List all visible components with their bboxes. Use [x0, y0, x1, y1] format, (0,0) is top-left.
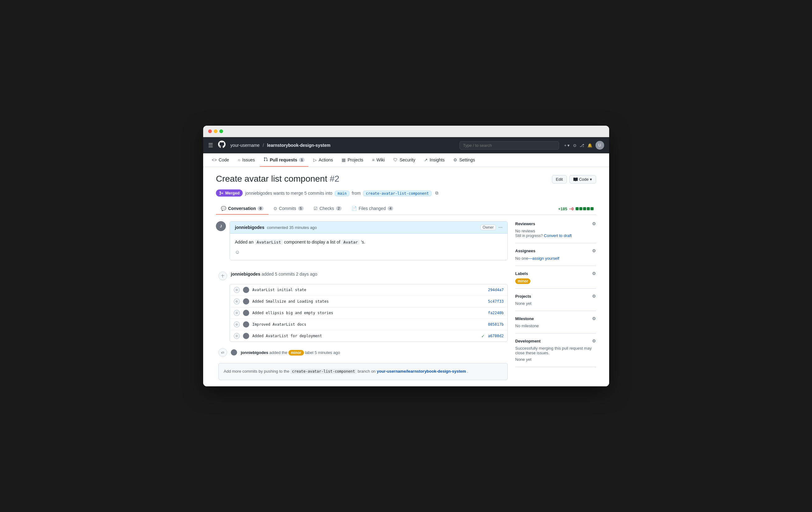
- sidebar-labels: Labels ⚙ minor: [515, 266, 596, 289]
- pr-title-section: Create avatar list component #2: [216, 173, 340, 184]
- tab-security[interactable]: 🛡 Security: [389, 154, 419, 167]
- sidebar-reviewers-header: Reviewers ⚙: [515, 221, 596, 226]
- tab-pull-requests[interactable]: Pull requests 1: [260, 153, 308, 167]
- milestone-value: No milestone: [515, 324, 596, 328]
- files-changed-badge: 4: [388, 206, 393, 211]
- head-branch-pill[interactable]: create-avatar-list-component: [363, 191, 432, 196]
- development-title: Development: [515, 339, 541, 343]
- insights-icon: ↗: [424, 157, 428, 162]
- pull-requests-nav-icon[interactable]: ⎇: [580, 143, 584, 148]
- base-branch-pill[interactable]: main: [335, 191, 349, 196]
- comment-author[interactable]: jonniebigodes: [235, 225, 264, 230]
- labels-gear-icon[interactable]: ⚙: [592, 271, 596, 276]
- label-author-avatar: [231, 349, 237, 356]
- svg-rect-1: [223, 274, 223, 278]
- diff-bar-1: [576, 207, 579, 210]
- convert-to-draft-link[interactable]: Convert to draft: [544, 233, 572, 238]
- inbox-icon[interactable]: 🔔: [587, 143, 592, 148]
- emoji-reaction-button[interactable]: ☺: [235, 249, 502, 255]
- sidebar-reviewers: Reviewers ⚙ No reviews Still in progress…: [515, 221, 596, 243]
- commit-author-avatar: [243, 321, 249, 328]
- info-repo-link[interactable]: your-username/learnstorybook-design-syst…: [377, 369, 466, 373]
- tab-issues[interactable]: ○ Issues: [234, 154, 259, 167]
- commit-message: Added ellipsis big and empty stories: [252, 311, 485, 315]
- commit-sha[interactable]: fa2240b: [488, 311, 504, 315]
- tab-insights[interactable]: ↗ Insights: [420, 154, 448, 167]
- tab-wiki[interactable]: ≡ Wiki: [368, 154, 388, 167]
- commits-author[interactable]: jonniebigodes: [231, 272, 260, 276]
- pr-body-layout: J jonniebigodes commented 35 minutes ago: [216, 221, 596, 380]
- sidebar-milestone-header: Milestone ⚙: [515, 316, 596, 321]
- more-options-button[interactable]: ···: [498, 224, 502, 230]
- tab-checks[interactable]: ☑ Checks 2: [309, 203, 347, 215]
- comment-header: jonniebigodes commented 35 minutes ago O…: [230, 221, 508, 234]
- diff-stats: +185 −0: [558, 207, 596, 211]
- commit-sha[interactable]: 294d4a7: [488, 288, 504, 292]
- tab-actions[interactable]: ▷ Actions: [310, 154, 337, 167]
- label-minor-badge[interactable]: minor: [515, 278, 530, 284]
- commit-sha[interactable]: 5c47f33: [488, 299, 504, 304]
- tab-projects-label: Projects: [348, 157, 364, 162]
- github-logo[interactable]: [218, 141, 226, 150]
- user-avatar[interactable]: U: [596, 141, 604, 150]
- search-input[interactable]: [460, 141, 559, 150]
- comment-body: Added an AvatarList component to display…: [230, 234, 508, 260]
- tab-checks-label: Checks: [320, 206, 334, 211]
- breadcrumb-user[interactable]: your-username: [231, 143, 260, 148]
- tab-code[interactable]: <> Code: [208, 154, 233, 167]
- comment-text: Added an AvatarList component to display…: [235, 239, 502, 246]
- minor-label-badge[interactable]: minor: [288, 350, 303, 356]
- commit-sha[interactable]: a6780d2: [488, 334, 504, 338]
- sidebar-labels-header: Labels ⚙: [515, 271, 596, 276]
- in-progress-text: Still in progress? Convert to draft: [515, 233, 596, 238]
- nav-search-container: [460, 141, 559, 150]
- tab-files-changed-label: Files changed: [359, 206, 386, 211]
- reviewers-gear-icon[interactable]: ⚙: [592, 221, 596, 226]
- commits-time: 2 days ago: [296, 272, 317, 276]
- tab-wiki-label: Wiki: [376, 157, 384, 162]
- commit-dot: ⊙: [234, 333, 240, 339]
- commit-item: ⊙ Added Smallsize and Loading states 5c4…: [230, 296, 508, 307]
- diff-bar-2: [579, 207, 582, 210]
- traffic-light-green[interactable]: [219, 129, 223, 133]
- tab-files-changed[interactable]: 📄 Files changed 4: [347, 203, 398, 215]
- projects-gear-icon[interactable]: ⚙: [592, 294, 596, 299]
- commit-check-icon: ✓: [481, 334, 485, 338]
- development-gear-icon[interactable]: ⚙: [592, 338, 596, 343]
- label-event-text: jonniebigodes added the minor label 5 mi…: [241, 350, 340, 355]
- breadcrumb-repo[interactable]: learnstorybook-design-system: [267, 143, 330, 148]
- traffic-light-red[interactable]: [208, 129, 212, 133]
- new-item-button[interactable]: + ▾: [564, 143, 570, 148]
- assignees-gear-icon[interactable]: ⚙: [592, 248, 596, 253]
- diff-additions: +185: [558, 207, 567, 211]
- label-author[interactable]: jonniebigodes: [241, 350, 268, 355]
- comment-action: commented 35 minutes ago: [267, 225, 317, 230]
- commit-sha[interactable]: 085817b: [488, 322, 504, 327]
- milestone-gear-icon[interactable]: ⚙: [592, 316, 596, 321]
- tab-settings[interactable]: ⚙ Settings: [450, 154, 479, 167]
- comment-text-before: Added an: [235, 240, 254, 244]
- timeline-label-event: 🏷 jonniebigodes added the minor label 5 …: [219, 347, 508, 358]
- comment-action-text: commented: [267, 225, 288, 230]
- traffic-light-yellow[interactable]: [214, 129, 218, 133]
- tab-conversation[interactable]: 💬 Conversation 0: [216, 203, 268, 215]
- issues-icon[interactable]: ⊙: [573, 143, 577, 148]
- comment-text-middle: component to display a list of: [284, 240, 340, 244]
- projects-value: None yet: [515, 301, 596, 306]
- pr-main: J jonniebigodes commented 35 minutes ago: [216, 221, 508, 380]
- code-button[interactable]: Code ▾: [569, 175, 596, 183]
- diff-deletions: −0: [569, 207, 574, 211]
- hamburger-menu-button[interactable]: ☰: [208, 142, 213, 149]
- tab-projects[interactable]: ▦ Projects: [338, 154, 367, 167]
- copy-branch-icon[interactable]: ⧉: [435, 190, 438, 195]
- tab-commits[interactable]: ⊙ Commits 5: [268, 203, 309, 215]
- diff-bars: [576, 207, 593, 210]
- checks-icon: ☑: [314, 206, 318, 211]
- commit-dot: ⊙: [234, 298, 240, 304]
- commit-message: Added Smallsize and Loading states: [252, 299, 485, 304]
- milestone-title: Milestone: [515, 317, 534, 321]
- commit-author-avatar: [243, 298, 249, 304]
- edit-button[interactable]: Edit: [552, 175, 567, 183]
- assign-yourself-link[interactable]: —assign yourself: [528, 256, 559, 261]
- info-box-text: Add more commits by pushing to the creat…: [224, 368, 502, 375]
